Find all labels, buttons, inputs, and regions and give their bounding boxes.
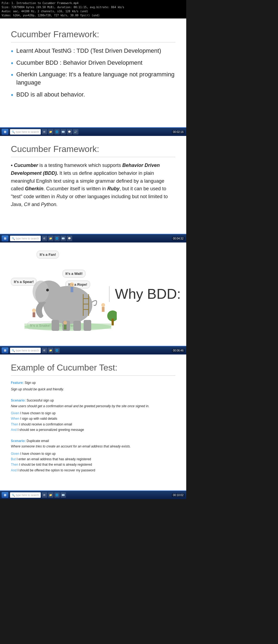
svg-rect-16	[84, 309, 88, 310]
file-info-line1: File: 1. Introduction to Cucumber Framew…	[2, 1, 185, 5]
taskbar-search-1[interactable]: 🔍 type here to search	[10, 129, 41, 135]
start-button-4[interactable]: ⊞	[2, 492, 8, 498]
given2-rest: I have chosen to sign up	[19, 452, 55, 456]
svg-point-4	[33, 281, 49, 302]
taskbar-icon[interactable]: 📁	[48, 348, 53, 353]
taskbar-icon[interactable]: IE	[42, 492, 47, 498]
then2-keyword: Then	[11, 463, 18, 466]
taskbar-search-4[interactable]: 🔍 type here to search	[10, 492, 41, 498]
taskbar-icon[interactable]: IE	[42, 236, 47, 241]
scenario1-desc: New users should get a confirmation emai…	[11, 404, 149, 408]
elephant-svg	[19, 256, 117, 332]
taskbar-icon[interactable]: 🌐	[54, 129, 60, 135]
taskbar-icon[interactable]: 💬	[67, 236, 72, 241]
feature-desc: Sign up should be quick and friendly.	[11, 387, 64, 391]
svg-rect-18	[102, 307, 105, 312]
svg-rect-20	[33, 312, 35, 317]
svg-point-19	[32, 309, 36, 312]
bullet-2: Cucumber BDD : Behavior Driven Developme…	[11, 59, 175, 67]
and2-rest: I should be offered the option to recove…	[17, 468, 95, 472]
taskbar-icon[interactable]: 📧	[61, 492, 66, 498]
start-button-2[interactable]: ⊞	[2, 235, 8, 241]
scenario1-value: Successful sign up	[26, 399, 54, 402]
taskbar-icons-2: IE 📁 🌐 📧 💬	[42, 236, 172, 241]
given2-keyword: Given	[11, 452, 19, 456]
start-button-3[interactable]: ⊞	[2, 347, 8, 353]
scenario1-keyword: Scenario:	[11, 399, 26, 402]
given1-rest: I have chosen to sign up	[19, 411, 55, 415]
given1-keyword: Given	[11, 411, 19, 415]
taskbar-icon[interactable]: 📁	[48, 236, 53, 241]
slide-4: Example of Cucumber Test: Feature: Sign …	[0, 354, 186, 490]
bullet-3: Gherkin Language: It's a feature languag…	[11, 70, 175, 86]
svg-point-10	[70, 282, 74, 287]
feature-keyword: Feature:	[11, 381, 24, 385]
slide-3: It's a Fan! It's a Wall! It's a Rope! It…	[0, 242, 186, 346]
svg-rect-6	[52, 320, 59, 331]
slide4-title: Example of Cucumber Test:	[11, 363, 175, 376]
search-placeholder-2: type here to search	[16, 237, 39, 240]
taskbar-4: ⊞ 🔍 type here to search IE 📁 🌐 📧 00:10:0…	[0, 490, 186, 499]
taskbar-icon[interactable]: 📁	[48, 129, 53, 135]
feature-value: Sign up	[24, 381, 36, 385]
and2-keyword: And	[11, 468, 17, 472]
svg-rect-22	[64, 325, 67, 329]
taskbar-3: ⊞ 🔍 type here to search IE 📁 🌐 00:06:46	[0, 346, 186, 354]
taskbar-icon[interactable]: 📧	[61, 236, 66, 241]
taskbar-icon[interactable]: IE	[42, 348, 47, 353]
then1-rest: I should receive a confirmation email	[18, 422, 72, 426]
taskbar-1: ⊞ 🔍 type here to search IE 📁 🌐 📧 💬 🔊 00:…	[0, 127, 186, 136]
and1-keyword: And	[11, 428, 17, 432]
file-info-line4: Video: h264, yuv420p, 1280x720, 727 kb/s…	[2, 13, 185, 17]
but1-rest: I enter an email address that has alread…	[16, 457, 91, 461]
cucumber-code: Feature: Sign up Sign up should be quick…	[11, 380, 175, 473]
timestamp-3: 00:06:46	[172, 349, 185, 352]
taskbar-icon[interactable]: 🌐	[54, 236, 60, 241]
taskbar-right-4: 00:10:02	[172, 493, 185, 497]
taskbar-icons-4: IE 📁 🌐 📧	[42, 492, 172, 498]
search-placeholder-1: type here to search	[16, 130, 39, 133]
slide1-title: Cucumber Framework:	[11, 29, 175, 42]
start-button[interactable]: ⊞	[2, 129, 8, 135]
search-icon-2: 🔍	[12, 237, 15, 240]
and1-rest: I should see a personalized greeting mes…	[17, 428, 84, 432]
svg-rect-12	[83, 294, 84, 316]
svg-rect-14	[84, 298, 88, 299]
search-icon-3: 🔍	[12, 349, 15, 352]
slide1-bullets: Learnt About TestNG : TDD (Test Driven D…	[11, 47, 175, 98]
taskbar-icon[interactable]: 📁	[48, 492, 53, 498]
elephant-illustration: It's a Fan! It's a Wall! It's a Rope! It…	[5, 248, 109, 340]
file-info-header: File: 1. Introduction to Cucumber Framew…	[0, 0, 186, 18]
svg-rect-24	[112, 319, 114, 325]
taskbar-icons-3: IE 📁 🌐	[42, 348, 172, 353]
file-info-line3: Audio: aac, 44100 Hz, 2 channels, s16, 1…	[2, 9, 185, 13]
taskbar-icon[interactable]: 🔊	[73, 129, 78, 135]
taskbar-icon[interactable]: 📧	[61, 129, 66, 135]
svg-rect-13	[88, 294, 89, 316]
slide2-title: Cucumber Framework:	[11, 144, 175, 157]
svg-point-5	[46, 289, 49, 291]
scenario2-keyword: Scenario:	[11, 439, 26, 443]
search-icon-1: 🔍	[12, 130, 15, 133]
taskbar-icon[interactable]: IE	[42, 129, 47, 135]
taskbar-right-3: 00:06:46	[172, 349, 185, 352]
search-icon-4: 🔍	[12, 494, 15, 497]
taskbar-right-2: 00:04:32	[172, 237, 185, 240]
slide-2: Cucumber Framework: • Cucumber is a test…	[0, 136, 186, 234]
taskbar-icon[interactable]: 🌐	[54, 492, 60, 498]
why-bdd-title: Why BDD:	[109, 286, 181, 302]
svg-rect-8	[73, 321, 81, 331]
taskbar-search-2[interactable]: 🔍 type here to search	[10, 236, 41, 241]
svg-point-21	[63, 321, 67, 325]
svg-point-17	[101, 303, 105, 307]
then2-rest: I should be told that the email is alrea…	[18, 463, 92, 466]
scenario2-value: Duplicate email	[26, 439, 49, 443]
timestamp-1: 00:02:16	[172, 130, 185, 134]
taskbar-icon[interactable]: 🌐	[54, 348, 60, 353]
taskbar-search-3[interactable]: 🔍 type here to search	[10, 348, 41, 353]
taskbar-icons-1: IE 📁 🌐 📧 💬 🔊	[42, 129, 172, 135]
taskbar-icon[interactable]: 💬	[67, 129, 72, 135]
svg-rect-15	[84, 304, 88, 304]
then1-keyword: Then	[11, 422, 18, 426]
bullet-1: Learnt About TestNG : TDD (Test Driven D…	[11, 47, 175, 55]
